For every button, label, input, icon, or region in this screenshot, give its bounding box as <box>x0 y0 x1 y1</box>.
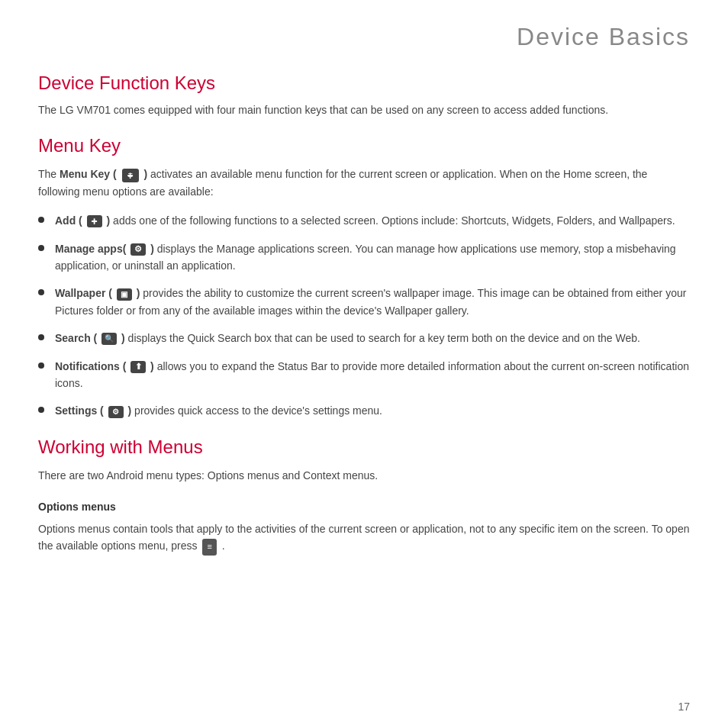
options-menus-title: Options menus <box>38 501 690 513</box>
main-section-intro: The LG VM701 comes equipped with four ma… <box>38 101 690 118</box>
bullet-dot <box>38 245 44 251</box>
list-item-wallpaper: Wallpaper ( ▣ ) provides the ability to … <box>38 285 690 319</box>
term-manage: Manage apps( ⚙ ) <box>55 243 154 255</box>
working-with-menus-title: Working with Menus <box>38 436 690 458</box>
bullet-dot <box>38 334 44 340</box>
options-menus-text: Options menus contain tools that apply t… <box>38 520 690 555</box>
menu-key-intro: The Menu Key ( ≡ ) activates an availabl… <box>38 166 690 200</box>
bullet-text-settings: Settings ( ⚙ ) provides quick access to … <box>55 402 690 419</box>
list-item-settings: Settings ( ⚙ ) provides quick access to … <box>38 402 690 419</box>
term-search: Search ( 🔍 ) <box>55 332 125 344</box>
bullet-dot <box>38 362 44 369</box>
bullet-text-search: Search ( 🔍 ) displays the Quick Search b… <box>55 330 690 346</box>
list-item-search: Search ( 🔍 ) displays the Quick Search b… <box>38 330 690 346</box>
list-item-add: Add ( + ) adds one of the following func… <box>38 212 690 229</box>
list-item-manage: Manage apps( ⚙ ) displays the Manage app… <box>38 240 690 275</box>
page-header-title: Device Basics <box>517 23 690 50</box>
menu-key-title: Menu Key <box>38 135 690 156</box>
term-add: Add ( + ) <box>55 214 110 227</box>
term-wallpaper: Wallpaper ( ▣ ) <box>55 287 140 299</box>
bullet-dot <box>38 289 44 295</box>
bullet-dot <box>38 217 44 223</box>
bullet-text-notifications: Notifications ( ⬆ ) allows you to expand… <box>55 358 690 392</box>
menu-options-list: Add ( + ) adds one of the following func… <box>38 212 690 420</box>
page-header: Device Basics <box>38 23 690 51</box>
working-with-menus-intro: There are two Android menu types: Option… <box>38 467 690 484</box>
term-settings: Settings ( ⚙ ) <box>55 404 131 417</box>
bullet-text-manage: Manage apps( ⚙ ) displays the Manage app… <box>55 240 690 275</box>
bullet-dot <box>38 407 44 413</box>
working-with-menus-section: Working with Menus There are two Android… <box>38 436 690 556</box>
page-container: Device Basics Device Function Keys The L… <box>0 0 728 728</box>
bullet-text-add: Add ( + ) adds one of the following func… <box>55 212 690 229</box>
menu-key-bold: Menu Key ( ≡ ) <box>60 168 147 180</box>
menu-key-icon: ≡ <box>202 539 216 556</box>
term-notifications: Notifications ( ⬆ ) <box>55 360 154 372</box>
page-number: 17 <box>678 701 690 713</box>
bullet-text-wallpaper: Wallpaper ( ▣ ) provides the ability to … <box>55 285 690 319</box>
list-item-notifications: Notifications ( ⬆ ) allows you to expand… <box>38 358 690 392</box>
main-section-title: Device Function Keys <box>38 72 690 94</box>
